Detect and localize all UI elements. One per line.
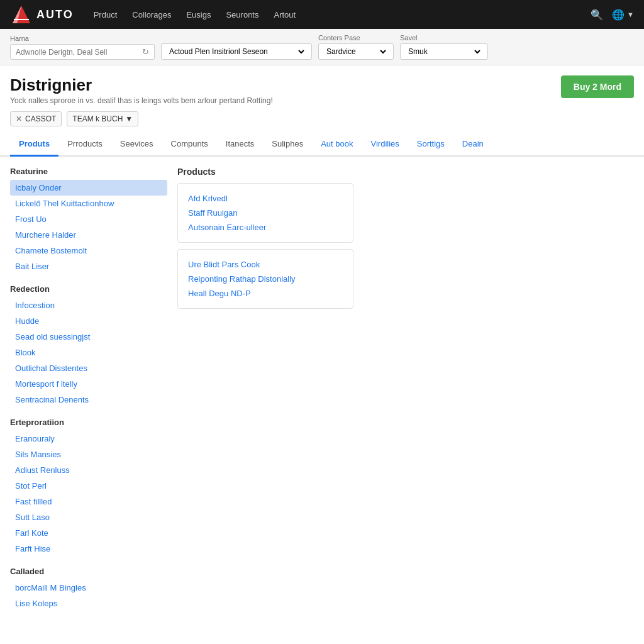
dropdown1-group: Actoud Plen Insitrionl Seseon (161, 34, 312, 60)
logo-icon (10, 3, 33, 26)
saved-select[interactable]: Smuk (406, 47, 482, 57)
section-redection-title: Redection (10, 284, 167, 294)
nav-seuronts[interactable]: Seuronts (226, 10, 258, 19)
nav-artout[interactable]: Artout (274, 10, 296, 19)
tab-prroducts[interactable]: Prroducts (58, 133, 111, 157)
list-item-sutt-laso[interactable]: Sutt Laso (10, 509, 167, 525)
conters-pase-select[interactable]: Sardvice (324, 47, 388, 57)
left-panel: Reaturine Icbaly Onder Lickelő Thel Kuit… (10, 167, 167, 611)
list-item-eranouraly[interactable]: Eranouraly (10, 431, 167, 447)
list-item-stot-perl[interactable]: Stot Perl (10, 478, 167, 494)
name-input[interactable] (16, 48, 142, 57)
tag-cassot-label: CASSOT (25, 114, 56, 123)
list-item-bait-liser[interactable]: Bait Liser (10, 258, 167, 274)
tab-suliphes[interactable]: Suliphes (263, 133, 312, 157)
main-tabs: Produts Prroducts Seevices Compunts Itan… (0, 133, 644, 157)
header-nav: Prduct Collorages Eusigs Seuronts Artout (94, 10, 591, 19)
saved-group: Savel Smuk (400, 34, 488, 60)
tag-team-label: TEAM k BUCH (72, 114, 123, 123)
refresh-icon[interactable]: ↻ (142, 47, 149, 57)
tab-itanects[interactable]: Itanects (217, 133, 264, 157)
page-title: Distrignier (10, 75, 273, 95)
tab-deain[interactable]: Deain (453, 133, 492, 157)
tab-virdilies[interactable]: Virdilies (362, 133, 408, 157)
nav-collorages[interactable]: Collorages (132, 10, 171, 19)
product-item-0-0[interactable]: Afd Krlvedl (188, 191, 343, 206)
dropdown1-select[interactable]: Actoud Plen Insitrionl Seseon (167, 47, 306, 57)
list-item-lickelo[interactable]: Lickelő Thel Kuittactionhow (10, 196, 167, 211)
dropdown1-label (161, 34, 312, 42)
section-erteproration-title: Erteproratiion (10, 418, 167, 427)
logo[interactable]: AUTO (10, 3, 74, 26)
nav-eusigs[interactable]: Eusigs (186, 10, 211, 19)
name-input-wrap: ↻ (10, 44, 155, 60)
product-card-0: Afd Krlvedl Staff Ruuigan Autsonain Earc… (177, 183, 353, 243)
name-filter-group: Harna ↻ (10, 35, 155, 60)
header: AUTO Prduct Collorages Eusigs Seuronts A… (0, 0, 644, 29)
saved-label: Savel (400, 34, 488, 42)
page-subtitle: Yock nalles sproroe in vs. dealif thas i… (10, 96, 273, 105)
section-calladed-title: Calladed (10, 567, 167, 576)
content-area: Reaturine Icbaly Onder Lickelő Thel Kuit… (0, 157, 644, 621)
tab-seevices[interactable]: Seevices (111, 133, 162, 157)
list-item-frost-uo[interactable]: Frost Uo (10, 211, 167, 227)
logo-text: AUTO (36, 8, 74, 21)
dropdown1-wrap: Actoud Plen Insitrionl Seseon (161, 43, 312, 60)
name-label: Harna (10, 35, 155, 42)
right-panel-title: Products (177, 167, 634, 177)
list-item-infocestion[interactable]: Infocestion (10, 297, 167, 313)
product-item-0-2[interactable]: Autsonain Earc-ulleer (188, 220, 343, 235)
right-panel: Products Afd Krlvedl Staff Ruuigan Autso… (177, 167, 634, 611)
product-card-1: Ure Blidt Pars Cook Reiponting Rathap Di… (177, 249, 353, 309)
buy-button[interactable]: Buy 2 Mord (561, 75, 634, 98)
globe-button[interactable]: 🌐 ▼ (612, 9, 634, 21)
tab-aut-book[interactable]: Aut book (312, 133, 362, 157)
saved-wrap: Smuk (400, 43, 488, 60)
tag-cassot: ✕ CASSOT (10, 111, 62, 126)
conters-pase-group: Conters Pase Sardvice (318, 34, 394, 60)
list-item-icbaly-onder[interactable]: Icbaly Onder (10, 180, 167, 196)
list-item-adiust[interactable]: Adiust Renluss (10, 462, 167, 478)
conters-pase-wrap: Sardvice (318, 43, 394, 60)
product-item-0-1[interactable]: Staff Ruuigan (188, 206, 343, 220)
product-item-1-1[interactable]: Reiponting Rathap Distonially (188, 272, 343, 286)
tag-cassot-remove[interactable]: ✕ (16, 114, 22, 123)
list-item-farft-hise[interactable]: Farft Hise (10, 541, 167, 557)
list-item-farl-kote[interactable]: Farl Kote (10, 525, 167, 541)
product-item-1-0[interactable]: Ure Blidt Pars Cook (188, 257, 343, 272)
list-item-murchere[interactable]: Murchere Halder (10, 227, 167, 243)
list-item-lise-koleps[interactable]: Lise Koleps (10, 596, 167, 611)
page-title-text: Distrignier Yock nalles sproroe in vs. d… (10, 75, 273, 105)
list-item-chamete[interactable]: Chamete Bostemolt (10, 243, 167, 258)
list-item-sentracinal[interactable]: Sentracinal Denents (10, 392, 167, 408)
tab-compunts[interactable]: Compunts (162, 133, 217, 157)
header-actions: 🔍 🌐 ▼ (591, 9, 634, 21)
list-item-sils-mansies[interactable]: Sils Mansies (10, 447, 167, 462)
search-icon[interactable]: 🔍 (591, 9, 603, 21)
list-item-fast-fillled[interactable]: Fast fillled (10, 494, 167, 509)
filter-bar: Harna ↻ Actoud Plen Insitrionl Seseon Co… (0, 29, 644, 65)
list-item-mortesport[interactable]: Mortesport f ltelly (10, 376, 167, 392)
conters-pase-label: Conters Pase (318, 34, 394, 42)
list-item-hudde[interactable]: Hudde (10, 313, 167, 329)
tag-team[interactable]: TEAM k BUCH ▼ (67, 111, 138, 126)
list-item-borcmaill[interactable]: borcMaill M Bingles (10, 580, 167, 596)
nav-product[interactable]: Prduct (94, 10, 118, 19)
product-item-1-2[interactable]: Heall Degu ND-P (188, 286, 343, 301)
chevron-down-icon: ▼ (125, 114, 133, 123)
section-reaturine-title: Reaturine (10, 167, 167, 176)
tags-row: ✕ CASSOT TEAM k BUCH ▼ (0, 111, 644, 133)
list-item-sead[interactable]: Sead old suessingjst (10, 329, 167, 345)
tab-sorttigs[interactable]: Sorttigs (408, 133, 453, 157)
list-item-blook[interactable]: Blook (10, 345, 167, 360)
page-title-bar: Distrignier Yock nalles sproroe in vs. d… (0, 65, 644, 111)
tab-produts[interactable]: Produts (10, 133, 58, 157)
list-item-outlichal[interactable]: Outlichal Disstentes (10, 360, 167, 376)
